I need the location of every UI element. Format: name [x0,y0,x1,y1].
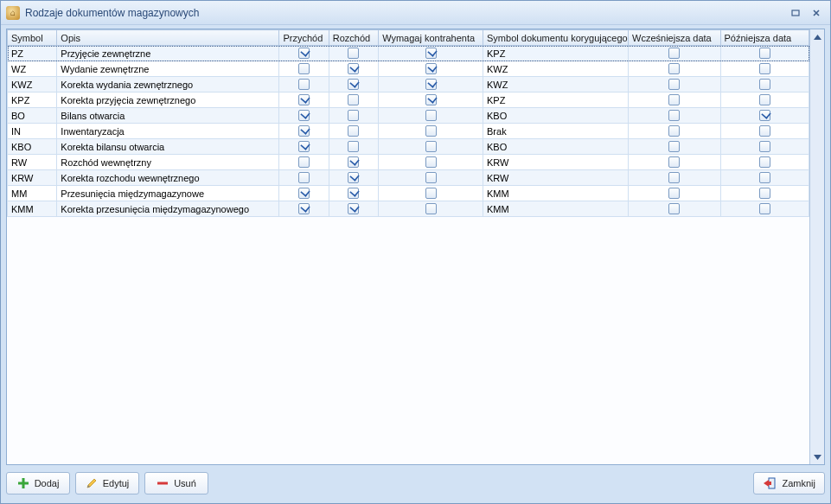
przychod-checkbox[interactable] [298,156,310,168]
pozn-cell[interactable] [720,139,809,155]
wczes-checkbox[interactable] [668,79,680,90]
symbol-cell[interactable]: MM [8,186,57,201]
wczes-checkbox[interactable] [668,94,680,105]
rozchod-cell[interactable] [329,186,378,201]
symbol-cell[interactable]: WZ [8,61,57,77]
pozn-checkbox[interactable] [759,94,770,105]
pozn-checkbox[interactable] [759,110,770,121]
wymagaj-cell[interactable] [379,186,483,201]
wczes-checkbox[interactable] [668,141,680,152]
opis-cell[interactable]: Bilans otwarcia [57,108,279,124]
przychod-cell[interactable] [279,124,329,139]
wczes-cell[interactable] [629,201,721,217]
table-row[interactable]: WZWydanie zewnętrzneKWZ [8,61,809,77]
opis-cell[interactable]: Rozchód wewnętrzny [57,155,279,170]
col-header-pozn[interactable]: Późniejsza data [720,30,809,46]
opis-cell[interactable]: Korekta rozchodu wewnętrznego [57,170,279,186]
przychod-checkbox[interactable] [298,141,310,152]
wymagaj-cell[interactable] [379,170,483,186]
table-row[interactable]: KPZKorekta przyjęcia zewnętrznegoKPZ [8,93,809,108]
wymagaj-checkbox[interactable] [425,110,437,121]
col-header-przychod[interactable]: Przychód [279,30,329,46]
opis-cell[interactable]: Przesunięcia międzymagazynowe [57,186,279,201]
symbol-cell[interactable]: KWZ [8,77,57,93]
pozn-cell[interactable] [720,61,809,77]
rozchod-checkbox[interactable] [348,156,359,168]
symbol-cell[interactable]: KMM [8,201,57,217]
rozchod-cell[interactable] [329,201,378,217]
wymagaj-cell[interactable] [379,46,483,61]
rozchod-checkbox[interactable] [348,203,359,214]
przychod-checkbox[interactable] [298,125,310,137]
wczes-checkbox[interactable] [668,156,680,168]
wczes-checkbox[interactable] [668,172,680,183]
przychod-checkbox[interactable] [298,172,310,183]
symkor-cell[interactable]: KRW [483,170,629,186]
pozn-cell[interactable] [720,155,809,170]
symbol-cell[interactable]: RW [8,155,57,170]
rozchod-cell[interactable] [329,46,378,61]
wymagaj-checkbox[interactable] [425,156,437,168]
wczes-cell[interactable] [629,124,721,139]
rozchod-checkbox[interactable] [348,188,359,199]
pozn-cell[interactable] [720,170,809,186]
wymagaj-checkbox[interactable] [425,94,437,105]
close-window-button[interactable] [808,6,825,20]
table-row[interactable]: INInwentaryzacjaBrak [8,124,809,139]
opis-cell[interactable]: Korekta bilansu otwarcia [57,139,279,155]
rozchod-checkbox[interactable] [348,48,359,59]
symkor-cell[interactable]: KMM [483,186,629,201]
wczes-cell[interactable] [629,61,721,77]
table-row[interactable]: MMPrzesunięcia międzymagazynoweKMM [8,186,809,201]
table-row[interactable]: KRWKorekta rozchodu wewnętrznegoKRW [8,170,809,186]
rozchod-checkbox[interactable] [348,125,359,137]
symkor-cell[interactable]: KPZ [483,93,629,108]
col-header-symkor[interactable]: Symbol dokumentu korygującego [483,30,629,46]
wczes-cell[interactable] [629,186,721,201]
table-row[interactable]: KMMKorekta przesunięcia międzymagazynowe… [8,201,809,217]
wczes-cell[interactable] [629,108,721,124]
table-row[interactable]: PZPrzyjęcie zewnętrzneKPZ [8,46,809,61]
rozchod-checkbox[interactable] [348,110,359,121]
wczes-checkbox[interactable] [668,63,680,74]
symkor-cell[interactable]: KMM [483,201,629,217]
przychod-cell[interactable] [279,108,329,124]
symkor-cell[interactable]: KPZ [483,46,629,61]
symkor-cell[interactable]: KWZ [483,77,629,93]
wymagaj-checkbox[interactable] [425,141,437,152]
opis-cell[interactable]: Wydanie zewnętrzne [57,61,279,77]
przychod-cell[interactable] [279,77,329,93]
rozchod-cell[interactable] [329,77,378,93]
col-header-wczes[interactable]: Wcześniejsza data [629,30,721,46]
wymagaj-cell[interactable] [379,124,483,139]
przychod-checkbox[interactable] [298,110,310,121]
pozn-cell[interactable] [720,93,809,108]
wczes-checkbox[interactable] [668,203,680,214]
symbol-cell[interactable]: KRW [8,170,57,186]
table-row[interactable]: RWRozchód wewnętrznyKRW [8,155,809,170]
przychod-cell[interactable] [279,155,329,170]
scroll-down-icon[interactable] [812,451,823,463]
opis-cell[interactable]: Inwentaryzacja [57,124,279,139]
pozn-cell[interactable] [720,201,809,217]
rozchod-cell[interactable] [329,61,378,77]
pozn-checkbox[interactable] [759,156,770,168]
edit-button[interactable]: Edytuj [75,472,139,494]
wymagaj-cell[interactable] [379,155,483,170]
symkor-cell[interactable]: KWZ [483,61,629,77]
przychod-cell[interactable] [279,201,329,217]
pozn-cell[interactable] [720,186,809,201]
symbol-cell[interactable]: KPZ [8,93,57,108]
wymagaj-checkbox[interactable] [425,48,437,59]
pozn-checkbox[interactable] [759,79,770,90]
symkor-cell[interactable]: KBO [483,108,629,124]
col-header-opis[interactable]: Opis [57,30,279,46]
pozn-checkbox[interactable] [759,188,770,199]
table-row[interactable]: BOBilans otwarciaKBO [8,108,809,124]
wymagaj-checkbox[interactable] [425,79,437,90]
symbol-cell[interactable]: BO [8,108,57,124]
wymagaj-checkbox[interactable] [425,63,437,74]
pozn-checkbox[interactable] [759,203,770,214]
opis-cell[interactable]: Korekta wydania zewnętrznego [57,77,279,93]
przychod-cell[interactable] [279,186,329,201]
